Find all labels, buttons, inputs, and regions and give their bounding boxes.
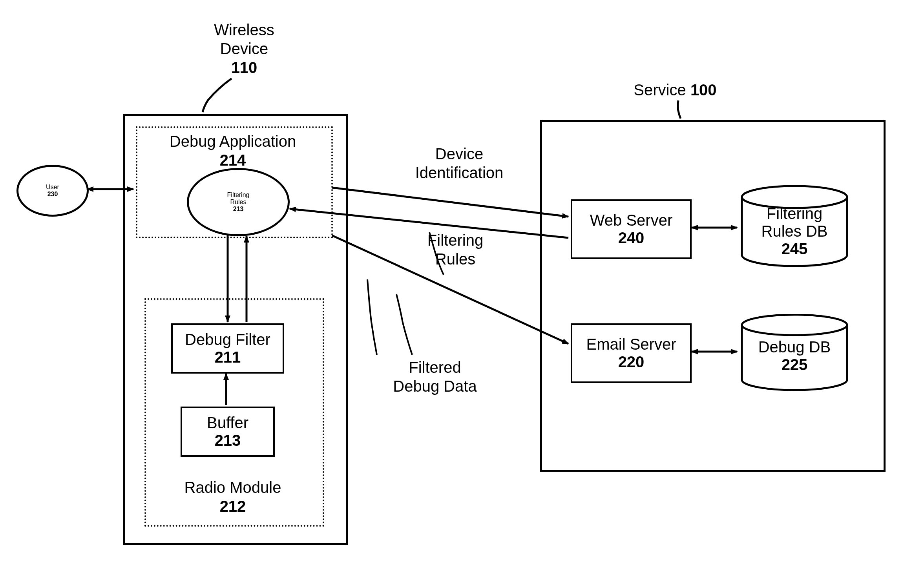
buffer-box: Buffer 213 xyxy=(181,407,275,457)
svg-point-1 xyxy=(742,315,847,335)
filtered-debug-edge-label: Filtered Debug Data xyxy=(376,358,494,396)
filtering-rules-ellipse: Filtering Rules 213 xyxy=(187,168,290,236)
rules-db-label: Filtering Rules DB 245 xyxy=(743,205,845,258)
wireless-device-label: Wireless Device 110 xyxy=(185,20,303,77)
service-box xyxy=(540,120,886,472)
web-server-box: Web Server 240 xyxy=(571,199,692,259)
device-id-edge-label: Device Identification xyxy=(396,144,522,182)
debug-filter-box: Debug Filter 211 xyxy=(171,323,284,374)
svg-line-6 xyxy=(332,188,568,217)
filtering-rules-edge-label: Filtering Rules xyxy=(404,231,506,268)
service-label: Service 100 xyxy=(593,80,758,99)
user-ellipse: User 230 xyxy=(16,165,89,217)
debug-app-label: Debug Application 214 xyxy=(136,132,330,170)
diagram-stage: Wireless Device 110 Service 100 Debug Ap… xyxy=(0,0,924,580)
debug-db-label: Debug DB 225 xyxy=(743,338,845,374)
radio-module-label: Radio Module 212 xyxy=(144,478,321,516)
email-server-box: Email Server 220 xyxy=(571,323,692,383)
